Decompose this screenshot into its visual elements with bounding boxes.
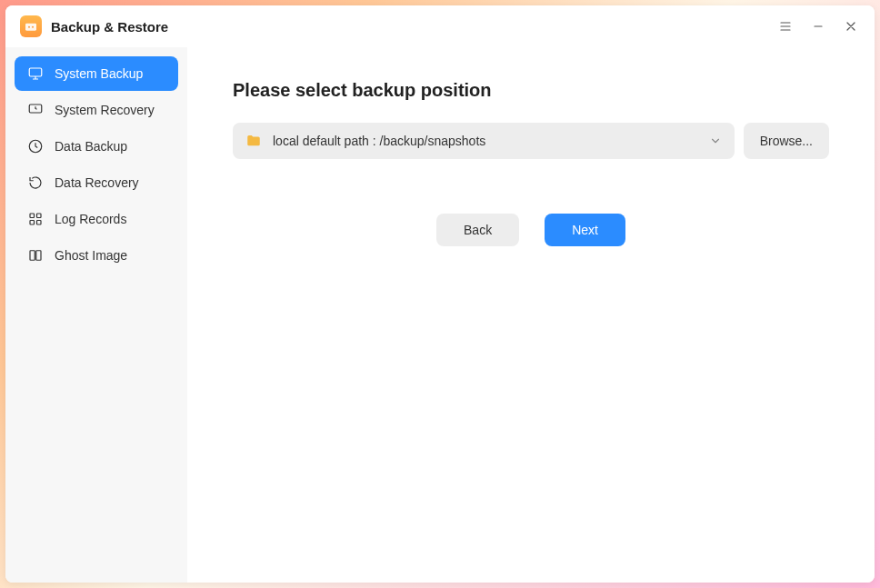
sidebar-item-label: System Recovery <box>55 103 155 117</box>
svg-rect-11 <box>36 251 41 261</box>
svg-rect-9 <box>37 221 42 225</box>
sidebar-item-label: Data Recovery <box>55 175 139 190</box>
svg-rect-3 <box>29 68 42 76</box>
system-backup-icon <box>27 65 44 82</box>
menu-button[interactable] <box>773 14 798 39</box>
sidebar: System Backup System Recovery Data Backu… <box>5 47 187 583</box>
browse-button[interactable]: Browse... <box>744 123 829 159</box>
chevron-down-icon <box>709 135 722 147</box>
data-backup-icon <box>27 138 44 154</box>
sidebar-item-data-recovery[interactable]: Data Recovery <box>15 165 178 200</box>
back-button[interactable]: Back <box>436 214 519 246</box>
folder-icon <box>245 133 262 149</box>
app-icon <box>20 15 42 37</box>
svg-rect-10 <box>30 251 35 261</box>
app-window: Backup & Restore System Backup <box>5 5 875 583</box>
sidebar-item-system-backup[interactable]: System Backup <box>15 56 178 91</box>
svg-rect-7 <box>37 214 42 218</box>
svg-point-1 <box>28 26 30 28</box>
titlebar: Backup & Restore <box>5 5 875 47</box>
back-button-label: Back <box>464 223 492 237</box>
log-records-icon <box>27 211 44 227</box>
app-title: Backup & Restore <box>51 19 168 35</box>
path-row: local default path : /backup/snapshots B… <box>233 123 829 159</box>
main-content: Please select backup position local defa… <box>187 47 875 583</box>
ghost-image-icon <box>27 247 44 264</box>
app-body: System Backup System Recovery Data Backu… <box>5 47 875 583</box>
data-recovery-icon <box>27 174 44 191</box>
svg-rect-0 <box>25 24 36 31</box>
sidebar-item-data-backup[interactable]: Data Backup <box>15 129 178 164</box>
page-heading: Please select backup position <box>233 80 829 101</box>
backup-path-select[interactable]: local default path : /backup/snapshots <box>233 123 735 159</box>
minimize-button[interactable] <box>805 14 831 39</box>
sidebar-item-label: System Backup <box>55 66 143 81</box>
svg-rect-8 <box>30 221 35 225</box>
svg-point-2 <box>32 26 34 28</box>
action-row: Back Next <box>233 214 829 246</box>
next-button-label: Next <box>572 223 598 237</box>
window-controls <box>773 14 864 39</box>
browse-button-label: Browse... <box>760 134 813 148</box>
svg-rect-6 <box>30 214 35 218</box>
sidebar-item-label: Log Records <box>55 212 126 226</box>
sidebar-item-label: Ghost Image <box>55 248 127 263</box>
sidebar-item-label: Data Backup <box>55 139 127 154</box>
next-button[interactable]: Next <box>545 214 625 246</box>
sidebar-item-system-recovery[interactable]: System Recovery <box>15 93 178 127</box>
backup-path-value: local default path : /backup/snapshots <box>273 134 698 148</box>
sidebar-item-ghost-image[interactable]: Ghost Image <box>15 238 178 273</box>
close-button[interactable] <box>838 14 864 39</box>
system-recovery-icon <box>27 102 44 118</box>
sidebar-item-log-records[interactable]: Log Records <box>15 202 178 236</box>
